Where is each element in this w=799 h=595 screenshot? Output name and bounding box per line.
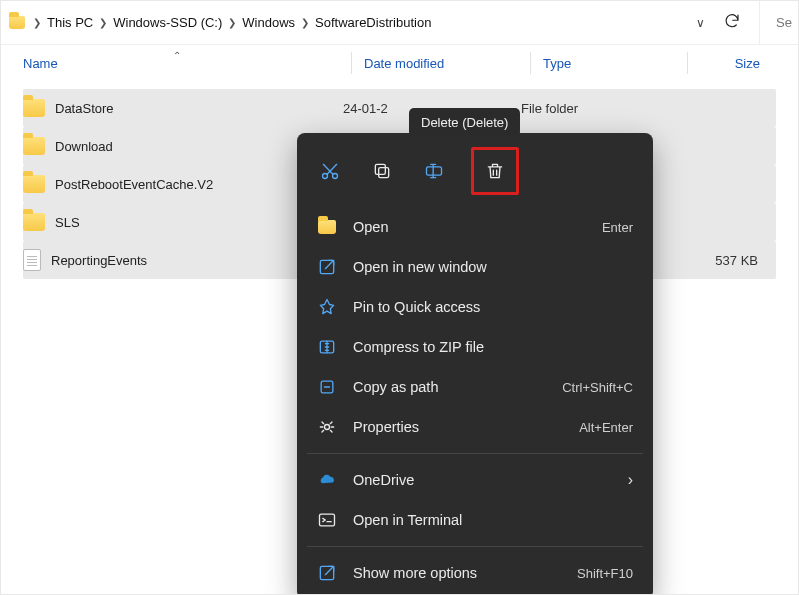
menu-label: Show more options xyxy=(353,565,561,581)
menu-item-show-more-options[interactable]: Show more optionsShift+F10 xyxy=(303,553,647,593)
toolbar-tools: ∨ xyxy=(696,12,751,33)
file-type: File folder xyxy=(521,101,677,116)
file-size: 537 KB xyxy=(677,253,776,268)
cut-button[interactable] xyxy=(313,154,347,188)
folder-icon xyxy=(23,99,45,117)
column-headers: Name ⌃ Date modified Type Size xyxy=(1,45,798,81)
menu-label: Open in new window xyxy=(353,259,617,275)
breadcrumb-item[interactable]: SoftwareDistribution xyxy=(315,15,431,30)
menu-accelerator: Shift+F10 xyxy=(577,566,633,581)
context-menu: OpenEnterOpen in new windowPin to Quick … xyxy=(297,133,653,595)
menu-label: Properties xyxy=(353,419,563,435)
search-input[interactable]: Se xyxy=(768,15,792,30)
chevron-right-icon: ❯ xyxy=(99,17,107,28)
column-name[interactable]: Name ⌃ xyxy=(23,56,351,71)
svg-point-8 xyxy=(325,425,330,430)
menu-label: Compress to ZIP file xyxy=(353,339,617,355)
file-name: DataStore xyxy=(55,101,114,116)
refresh-button[interactable] xyxy=(723,12,741,33)
menu-separator xyxy=(307,453,643,454)
menu-item-open[interactable]: OpenEnter xyxy=(303,207,647,247)
menu-label: Open in Terminal xyxy=(353,512,617,528)
menu-label: Open xyxy=(353,219,586,235)
onedrive-icon xyxy=(317,470,337,490)
menu-item-open-in-terminal[interactable]: Open in Terminal xyxy=(303,500,647,540)
folder-icon xyxy=(318,220,336,234)
menu-item-open-in-new-window[interactable]: Open in new window xyxy=(303,247,647,287)
file-name: Download xyxy=(55,139,113,154)
terminal-icon xyxy=(317,510,337,530)
chevron-right-icon: › xyxy=(628,471,633,489)
menu-label: OneDrive xyxy=(353,472,612,488)
menu-accelerator: Alt+Enter xyxy=(579,420,633,435)
menu-label: Copy as path xyxy=(353,379,546,395)
svg-rect-9 xyxy=(320,514,335,526)
file-name: ReportingEvents xyxy=(51,253,147,268)
chevron-right-icon: ❯ xyxy=(301,17,309,28)
copy-button[interactable] xyxy=(365,154,399,188)
textfile-icon xyxy=(23,249,41,271)
breadcrumb: This PC ❯ Windows-SSD (C:) ❯ Windows ❯ S… xyxy=(43,15,694,30)
file-name: PostRebootEventCache.V2 xyxy=(55,177,213,192)
delete-button-highlight xyxy=(471,147,519,195)
folder-icon xyxy=(23,175,45,193)
svg-rect-4 xyxy=(427,167,442,175)
menu-accelerator: Enter xyxy=(602,220,633,235)
breadcrumb-item[interactable]: This PC xyxy=(47,15,93,30)
open-new-icon xyxy=(317,257,337,277)
pin-icon xyxy=(317,297,337,317)
folder-icon xyxy=(317,217,337,237)
divider xyxy=(759,1,760,45)
delete-tooltip: Delete (Delete) xyxy=(409,108,520,137)
menu-item-properties[interactable]: PropertiesAlt+Enter xyxy=(303,407,647,447)
menu-label: Pin to Quick access xyxy=(353,299,617,315)
column-type[interactable]: Type xyxy=(531,56,687,71)
file-row[interactable]: DataStore24-01-2File folder xyxy=(23,89,776,127)
address-toolbar: ❯ This PC ❯ Windows-SSD (C:) ❯ Windows ❯… xyxy=(1,1,798,45)
column-date[interactable]: Date modified xyxy=(352,56,530,71)
breadcrumb-item[interactable]: Windows xyxy=(242,15,295,30)
delete-button[interactable] xyxy=(478,154,512,188)
svg-rect-3 xyxy=(375,164,385,174)
chevron-right-icon: ❯ xyxy=(33,17,41,28)
menu-item-pin-to-quick-access[interactable]: Pin to Quick access xyxy=(303,287,647,327)
svg-rect-2 xyxy=(379,168,389,178)
file-name: SLS xyxy=(55,215,80,230)
chevron-right-icon: ❯ xyxy=(228,17,236,28)
menu-item-copy-as-path[interactable]: Copy as pathCtrl+Shift+C xyxy=(303,367,647,407)
rename-button[interactable] xyxy=(417,154,451,188)
copypath-icon xyxy=(317,377,337,397)
more-icon xyxy=(317,563,337,583)
breadcrumb-item[interactable]: Windows-SSD (C:) xyxy=(113,15,222,30)
folder-icon xyxy=(7,13,27,33)
folder-icon xyxy=(23,137,45,155)
props-icon xyxy=(317,417,337,437)
menu-item-onedrive[interactable]: OneDrive› xyxy=(303,460,647,500)
menu-separator xyxy=(307,546,643,547)
sort-indicator-icon: ⌃ xyxy=(173,50,181,61)
history-dropdown[interactable]: ∨ xyxy=(696,16,705,30)
column-name-label: Name xyxy=(23,56,58,71)
menu-accelerator: Ctrl+Shift+C xyxy=(562,380,633,395)
folder-icon xyxy=(23,213,45,231)
context-top-actions xyxy=(303,143,647,207)
menu-item-compress-to-zip-file[interactable]: Compress to ZIP file xyxy=(303,327,647,367)
column-size[interactable]: Size xyxy=(688,56,798,71)
zip-icon xyxy=(317,337,337,357)
